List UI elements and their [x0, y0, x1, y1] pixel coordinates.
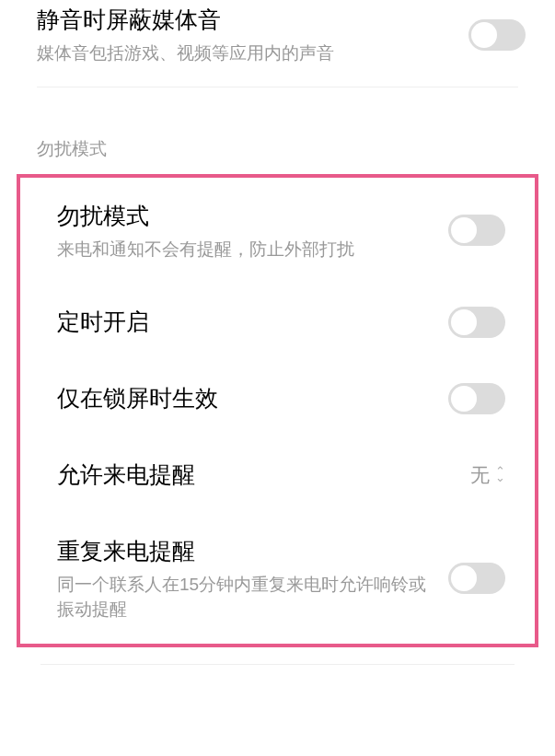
- allow-calls-value: 无: [470, 462, 490, 488]
- chevron-updown-icon: ⌃ ⌄: [495, 469, 505, 481]
- lock-only-toggle[interactable]: [448, 383, 505, 414]
- dnd-section-header: 勿扰模式: [0, 87, 555, 174]
- mute-media-toggle[interactable]: [468, 19, 526, 51]
- chevron-down-icon: ⌄: [495, 475, 505, 482]
- dnd-mode-toggle[interactable]: [448, 215, 505, 246]
- mute-media-title: 静音时屏蔽媒体音: [37, 4, 450, 36]
- allow-calls-text: 允许来电提醒: [57, 459, 470, 491]
- repeat-calls-text: 重复来电提醒 同一个联系人在15分钟内重复来电时允许响铃或振动提醒: [57, 535, 448, 622]
- scheduled-title: 定时开启: [57, 306, 430, 338]
- dnd-mode-text: 勿扰模式 来电和通知不会有提醒，防止外部打扰: [57, 200, 448, 262]
- mute-media-text: 静音时屏蔽媒体音 媒体音包括游戏、视频等应用内的声音: [37, 4, 468, 66]
- repeat-calls-row: 重复来电提醒 同一个联系人在15分钟内重复来电时允许响铃或振动提醒: [20, 513, 535, 644]
- scheduled-toggle[interactable]: [448, 307, 505, 338]
- mute-media-subtitle: 媒体音包括游戏、视频等应用内的声音: [37, 41, 450, 66]
- repeat-calls-subtitle: 同一个联系人在15分钟内重复来电时允许响铃或振动提醒: [57, 573, 430, 622]
- dnd-mode-row: 勿扰模式 来电和通知不会有提醒，防止外部打扰: [20, 178, 535, 285]
- repeat-calls-title: 重复来电提醒: [57, 535, 430, 567]
- dnd-mode-subtitle: 来电和通知不会有提醒，防止外部打扰: [57, 238, 430, 262]
- allow-calls-row[interactable]: 允许来电提醒 无 ⌃ ⌄: [20, 436, 535, 513]
- dnd-mode-title: 勿扰模式: [57, 200, 430, 232]
- repeat-calls-toggle[interactable]: [448, 563, 505, 594]
- lock-only-row: 仅在锁屏时生效: [20, 360, 535, 436]
- scheduled-text: 定时开启: [57, 306, 448, 338]
- lock-only-title: 仅在锁屏时生效: [57, 382, 430, 414]
- divider: [40, 664, 515, 665]
- allow-calls-title: 允许来电提醒: [57, 459, 452, 491]
- lock-only-text: 仅在锁屏时生效: [57, 382, 448, 414]
- mute-media-row: 静音时屏蔽媒体音 媒体音包括游戏、视频等应用内的声音: [0, 0, 555, 87]
- dnd-highlighted-group: 勿扰模式 来电和通知不会有提醒，防止外部打扰 定时开启 仅在锁屏时生效 允许来电…: [17, 174, 538, 648]
- allow-calls-value-wrap[interactable]: 无 ⌃ ⌄: [470, 462, 505, 488]
- scheduled-row: 定时开启: [20, 284, 535, 360]
